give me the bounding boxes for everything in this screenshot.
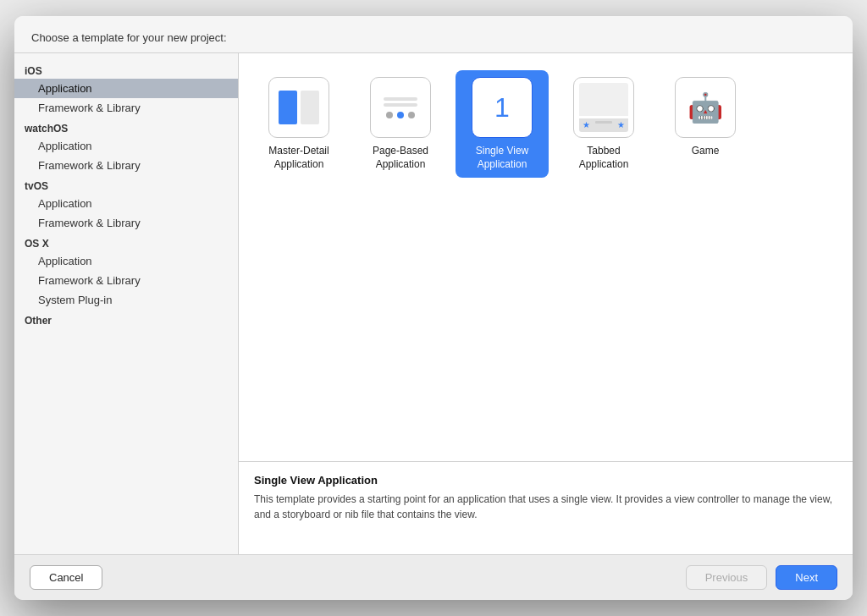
dialog-header: Choose a template for your new project: [14,16,853,53]
template-item-master-detail[interactable]: Master-DetailApplication [252,70,345,178]
template-icon-page-based [370,77,431,138]
template-label-page-based: Page-BasedApplication [373,145,428,171]
tab-icon-star: ★ [583,121,590,129]
sidebar-item-ios-framework[interactable]: Framework & Library [14,98,238,118]
dot-1 [386,112,393,118]
description-text: This template provides a starting point … [254,492,837,522]
sidebar: iOS Application Framework & Library watc… [14,53,239,554]
tab-content-area [579,83,628,116]
sidebar-item-tvos-framework[interactable]: Framework & Library [14,213,238,233]
dialog-title: Choose a template for your new project: [31,31,227,44]
page-based-illustration [384,78,417,137]
page-lines [384,97,417,107]
page-line-2 [384,103,417,107]
template-item-game[interactable]: 🤖 Game [659,70,752,178]
next-button[interactable]: Next [776,565,837,590]
master-detail-illustration [269,78,329,137]
sidebar-item-watchos-application[interactable]: Application [14,136,238,156]
template-icon-tabbed: ★ ★ [573,77,634,138]
template-label-tabbed: TabbedApplication [579,145,629,171]
dialog-footer: Cancel Previous Next [14,554,853,600]
template-icon-single-view: 1 [472,77,533,138]
template-icon-game: 🤖 [675,77,736,138]
cancel-button[interactable]: Cancel [30,565,102,590]
game-illustration: 🤖 [688,78,723,137]
template-icon-master-detail [268,77,329,138]
sidebar-item-watchos-framework[interactable]: Framework & Library [14,156,238,175]
category-osx: OS X [14,233,238,251]
sidebar-item-ios-application[interactable]: Application [14,79,238,98]
dot-3 [408,112,415,118]
sidebar-item-tvos-application[interactable]: Application [14,194,238,213]
description-panel: Single View Application This template pr… [239,461,853,554]
tab-line [595,121,612,124]
sidebar-item-osx-plugin[interactable]: System Plug-in [14,290,238,310]
page-line-1 [384,97,417,101]
template-label-game: Game [692,145,720,158]
sidebar-item-osx-application[interactable]: Application [14,251,238,271]
template-label-single-view: Single ViewApplication [476,145,528,171]
template-label-master-detail: Master-DetailApplication [268,145,329,171]
template-item-page-based[interactable]: Page-BasedApplication [354,70,447,178]
tab-icon-star2: ★ [617,121,625,129]
category-other: Other [14,310,238,328]
template-grid: Master-DetailApplication [239,53,853,461]
master-col [279,91,297,124]
page-dots [386,112,415,118]
template-dialog: Choose a template for your new project: … [14,16,853,600]
single-view-illustration: 1 [494,78,510,137]
dialog-body: iOS Application Framework & Library watc… [14,53,853,554]
content-area: Master-DetailApplication [239,53,853,554]
footer-right: Previous Next [686,565,837,590]
category-tvos: tvOS [14,175,238,194]
tab-bar: ★ ★ [579,118,628,132]
template-item-single-view[interactable]: 1 Single ViewApplication [456,70,549,178]
previous-button[interactable]: Previous [686,565,768,590]
description-title: Single View Application [254,474,837,487]
detail-col [301,91,319,124]
template-item-tabbed[interactable]: ★ ★ TabbedApplication [557,70,650,178]
dot-2 [397,112,404,118]
category-ios: iOS [14,60,238,79]
category-watchos: watchOS [14,118,238,136]
sidebar-item-osx-framework[interactable]: Framework & Library [14,271,238,290]
tabbed-illustration: ★ ★ [574,78,633,137]
